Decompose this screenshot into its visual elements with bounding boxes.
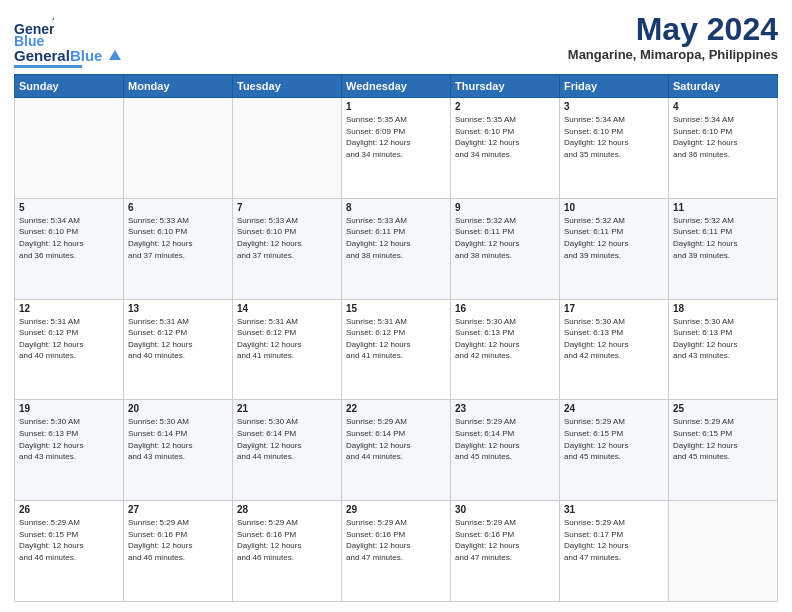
week-row-4: 26Sunrise: 5:29 AM Sunset: 6:15 PM Dayli… (15, 501, 778, 602)
day-number: 1 (346, 101, 446, 112)
calendar-cell: 6Sunrise: 5:33 AM Sunset: 6:10 PM Daylig… (124, 198, 233, 299)
day-info: Sunrise: 5:29 AM Sunset: 6:14 PM Dayligh… (455, 416, 555, 462)
calendar-cell: 4Sunrise: 5:34 AM Sunset: 6:10 PM Daylig… (669, 98, 778, 199)
day-info: Sunrise: 5:29 AM Sunset: 6:14 PM Dayligh… (346, 416, 446, 462)
calendar-cell: 21Sunrise: 5:30 AM Sunset: 6:14 PM Dayli… (233, 400, 342, 501)
calendar-cell: 16Sunrise: 5:30 AM Sunset: 6:13 PM Dayli… (451, 299, 560, 400)
logo-icon: General Blue (14, 12, 54, 52)
page: General Blue GeneralBlue May 2024 Mangar… (0, 0, 792, 612)
day-number: 15 (346, 303, 446, 314)
month-title: May 2024 (568, 12, 778, 47)
day-number: 29 (346, 504, 446, 515)
header: General Blue GeneralBlue May 2024 Mangar… (14, 12, 778, 68)
calendar-cell (15, 98, 124, 199)
calendar-cell: 25Sunrise: 5:29 AM Sunset: 6:15 PM Dayli… (669, 400, 778, 501)
day-number: 30 (455, 504, 555, 515)
day-info: Sunrise: 5:32 AM Sunset: 6:11 PM Dayligh… (564, 215, 664, 261)
day-number: 22 (346, 403, 446, 414)
day-info: Sunrise: 5:31 AM Sunset: 6:12 PM Dayligh… (237, 316, 337, 362)
calendar-cell: 24Sunrise: 5:29 AM Sunset: 6:15 PM Dayli… (560, 400, 669, 501)
day-number: 21 (237, 403, 337, 414)
calendar-cell: 3Sunrise: 5:34 AM Sunset: 6:10 PM Daylig… (560, 98, 669, 199)
week-row-2: 12Sunrise: 5:31 AM Sunset: 6:12 PM Dayli… (15, 299, 778, 400)
header-day-monday: Monday (124, 75, 233, 98)
calendar-cell: 22Sunrise: 5:29 AM Sunset: 6:14 PM Dayli… (342, 400, 451, 501)
day-number: 4 (673, 101, 773, 112)
week-row-1: 5Sunrise: 5:34 AM Sunset: 6:10 PM Daylig… (15, 198, 778, 299)
day-info: Sunrise: 5:30 AM Sunset: 6:13 PM Dayligh… (19, 416, 119, 462)
header-day-friday: Friday (560, 75, 669, 98)
calendar-cell: 23Sunrise: 5:29 AM Sunset: 6:14 PM Dayli… (451, 400, 560, 501)
logo-general: General (14, 47, 70, 64)
header-day-saturday: Saturday (669, 75, 778, 98)
week-row-0: 1Sunrise: 5:35 AM Sunset: 6:09 PM Daylig… (15, 98, 778, 199)
calendar-cell: 17Sunrise: 5:30 AM Sunset: 6:13 PM Dayli… (560, 299, 669, 400)
calendar-cell: 28Sunrise: 5:29 AM Sunset: 6:16 PM Dayli… (233, 501, 342, 602)
calendar-cell: 26Sunrise: 5:29 AM Sunset: 6:15 PM Dayli… (15, 501, 124, 602)
day-number: 8 (346, 202, 446, 213)
header-day-thursday: Thursday (451, 75, 560, 98)
day-number: 24 (564, 403, 664, 414)
calendar-cell: 13Sunrise: 5:31 AM Sunset: 6:12 PM Dayli… (124, 299, 233, 400)
day-info: Sunrise: 5:33 AM Sunset: 6:11 PM Dayligh… (346, 215, 446, 261)
logo-blue: Blue (70, 47, 103, 64)
day-info: Sunrise: 5:30 AM Sunset: 6:13 PM Dayligh… (673, 316, 773, 362)
day-info: Sunrise: 5:30 AM Sunset: 6:14 PM Dayligh… (128, 416, 228, 462)
day-number: 17 (564, 303, 664, 314)
day-info: Sunrise: 5:29 AM Sunset: 6:16 PM Dayligh… (455, 517, 555, 563)
location: Mangarine, Mimaropa, Philippines (568, 47, 778, 62)
calendar-cell: 7Sunrise: 5:33 AM Sunset: 6:10 PM Daylig… (233, 198, 342, 299)
calendar-cell: 27Sunrise: 5:29 AM Sunset: 6:16 PM Dayli… (124, 501, 233, 602)
calendar-cell (233, 98, 342, 199)
calendar-cell: 10Sunrise: 5:32 AM Sunset: 6:11 PM Dayli… (560, 198, 669, 299)
day-number: 26 (19, 504, 119, 515)
day-number: 9 (455, 202, 555, 213)
day-number: 23 (455, 403, 555, 414)
calendar-cell (124, 98, 233, 199)
day-info: Sunrise: 5:34 AM Sunset: 6:10 PM Dayligh… (19, 215, 119, 261)
header-row: SundayMondayTuesdayWednesdayThursdayFrid… (15, 75, 778, 98)
day-info: Sunrise: 5:33 AM Sunset: 6:10 PM Dayligh… (128, 215, 228, 261)
calendar-cell: 2Sunrise: 5:35 AM Sunset: 6:10 PM Daylig… (451, 98, 560, 199)
day-number: 12 (19, 303, 119, 314)
day-number: 7 (237, 202, 337, 213)
day-info: Sunrise: 5:31 AM Sunset: 6:12 PM Dayligh… (346, 316, 446, 362)
svg-marker-2 (52, 14, 54, 20)
calendar-header: SundayMondayTuesdayWednesdayThursdayFrid… (15, 75, 778, 98)
day-info: Sunrise: 5:29 AM Sunset: 6:16 PM Dayligh… (128, 517, 228, 563)
day-info: Sunrise: 5:34 AM Sunset: 6:10 PM Dayligh… (673, 114, 773, 160)
day-info: Sunrise: 5:30 AM Sunset: 6:13 PM Dayligh… (564, 316, 664, 362)
calendar-cell: 29Sunrise: 5:29 AM Sunset: 6:16 PM Dayli… (342, 501, 451, 602)
day-number: 27 (128, 504, 228, 515)
header-day-tuesday: Tuesday (233, 75, 342, 98)
calendar-cell: 20Sunrise: 5:30 AM Sunset: 6:14 PM Dayli… (124, 400, 233, 501)
day-number: 16 (455, 303, 555, 314)
day-number: 28 (237, 504, 337, 515)
day-info: Sunrise: 5:30 AM Sunset: 6:13 PM Dayligh… (455, 316, 555, 362)
day-info: Sunrise: 5:29 AM Sunset: 6:15 PM Dayligh… (673, 416, 773, 462)
calendar-cell: 9Sunrise: 5:32 AM Sunset: 6:11 PM Daylig… (451, 198, 560, 299)
day-number: 2 (455, 101, 555, 112)
day-number: 20 (128, 403, 228, 414)
day-info: Sunrise: 5:35 AM Sunset: 6:10 PM Dayligh… (455, 114, 555, 160)
day-info: Sunrise: 5:35 AM Sunset: 6:09 PM Dayligh… (346, 114, 446, 160)
day-info: Sunrise: 5:32 AM Sunset: 6:11 PM Dayligh… (455, 215, 555, 261)
calendar-cell: 18Sunrise: 5:30 AM Sunset: 6:13 PM Dayli… (669, 299, 778, 400)
week-row-3: 19Sunrise: 5:30 AM Sunset: 6:13 PM Dayli… (15, 400, 778, 501)
calendar-cell: 12Sunrise: 5:31 AM Sunset: 6:12 PM Dayli… (15, 299, 124, 400)
day-info: Sunrise: 5:29 AM Sunset: 6:15 PM Dayligh… (19, 517, 119, 563)
day-number: 3 (564, 101, 664, 112)
day-info: Sunrise: 5:30 AM Sunset: 6:14 PM Dayligh… (237, 416, 337, 462)
header-right: May 2024 Mangarine, Mimaropa, Philippine… (568, 12, 778, 62)
day-info: Sunrise: 5:31 AM Sunset: 6:12 PM Dayligh… (19, 316, 119, 362)
calendar-cell: 15Sunrise: 5:31 AM Sunset: 6:12 PM Dayli… (342, 299, 451, 400)
calendar-cell: 19Sunrise: 5:30 AM Sunset: 6:13 PM Dayli… (15, 400, 124, 501)
day-number: 25 (673, 403, 773, 414)
calendar-cell: 11Sunrise: 5:32 AM Sunset: 6:11 PM Dayli… (669, 198, 778, 299)
header-day-sunday: Sunday (15, 75, 124, 98)
day-info: Sunrise: 5:33 AM Sunset: 6:10 PM Dayligh… (237, 215, 337, 261)
calendar-cell: 8Sunrise: 5:33 AM Sunset: 6:11 PM Daylig… (342, 198, 451, 299)
day-number: 18 (673, 303, 773, 314)
day-number: 31 (564, 504, 664, 515)
day-number: 11 (673, 202, 773, 213)
